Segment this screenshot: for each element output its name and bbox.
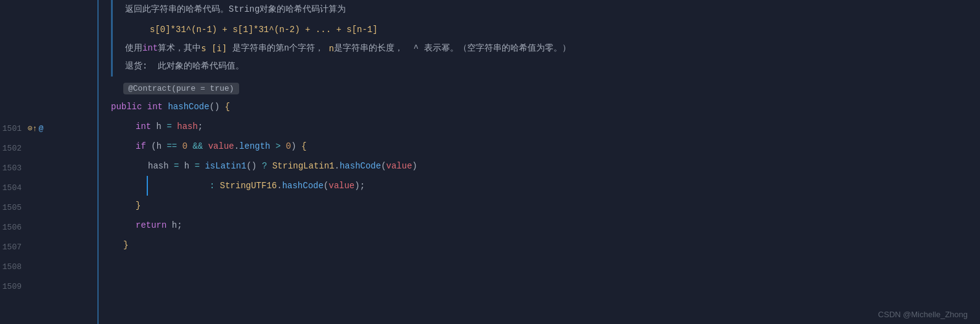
paren-utf-close: ) <box>354 181 359 191</box>
code-line-1506: } <box>111 196 980 215</box>
editor-container: 1501 ⊙↑ @ 1502 1503 1504 1505 1506 1507 … <box>0 0 980 324</box>
op-colon: : <box>210 181 220 191</box>
op-and: && <box>192 141 208 151</box>
class-StringUTF16: StringUTF16 <box>220 181 277 191</box>
brace-if-open: { <box>301 141 306 151</box>
comment-line1: 返回此字符串的哈希代码。String对象的哈希代码计算为 <box>125 0 980 20</box>
kw-int: int <box>147 102 168 112</box>
kw-if: if <box>136 141 151 151</box>
brace-if-close: } <box>136 201 141 210</box>
semi1: ; <box>198 122 203 131</box>
line-num-1501: 1501 <box>0 124 28 133</box>
annotation-icon: @ <box>39 124 44 133</box>
var-value3: value <box>329 181 354 191</box>
paren-open: () <box>210 102 225 112</box>
comment-line2: 使用int算术，其中s [i] 是字符串的第n个字符， n是字符串的长度， ^ … <box>125 39 980 57</box>
comment-formula-line: s[0]*31^(n-1) + s[1]*31^(n-2) + ... + s[… <box>125 20 980 39</box>
paren-if-open: ( <box>151 141 156 151</box>
line-num-1505: 1505 <box>0 203 28 212</box>
paren-if-close: ) <box>291 141 301 151</box>
line-num-1506: 1506 <box>0 223 28 232</box>
dot3: . <box>277 181 282 191</box>
fn-hashCode2: hashCode <box>340 161 381 171</box>
hash-assign1: hash <box>148 161 174 171</box>
op-ternary: ? <box>262 161 272 171</box>
var-value: value <box>208 141 234 151</box>
comment-block: 返回此字符串的哈希代码。String对象的哈希代码计算为 s[0]*31^(n-… <box>111 0 980 77</box>
kw-public: public <box>111 102 147 112</box>
code-line-1509 <box>111 255 980 275</box>
dot2: . <box>335 161 340 171</box>
prop-length: length <box>239 141 276 151</box>
var-value2: value <box>386 161 412 171</box>
csdn-watermark: CSDN @Michelle_Zhong <box>878 310 968 319</box>
op-eq2: = <box>174 161 184 171</box>
fn-isLatin1: isLatin1 <box>205 161 246 171</box>
var-h-ret: h <box>172 220 177 230</box>
code-line-1505: : StringUTF16.hashCode(value); <box>147 176 980 196</box>
var-h: h <box>157 122 167 131</box>
code-area: 返回此字符串的哈希代码。String对象的哈希代码计算为 s[0]*31^(n-… <box>99 0 980 324</box>
semi3: ; <box>177 220 182 230</box>
return-text-line: 退货: 此对象的哈希代码值。 <box>125 57 980 77</box>
int-keyword: int <box>142 39 158 57</box>
op-gt: > <box>276 141 286 151</box>
paren-val-close: ) <box>412 161 417 171</box>
dot1: . <box>234 141 239 151</box>
n-ref: n <box>324 39 334 57</box>
op-eq: = <box>166 122 177 131</box>
fn-hashCode: hashCode <box>168 102 209 112</box>
line-numbers-panel: 1501 ⊙↑ @ 1502 1503 1504 1505 1506 1507 … <box>0 0 99 324</box>
op-eq3: = <box>195 161 205 171</box>
code-line-1503: if (h == 0 && value.length > 0) { <box>111 136 980 156</box>
line-num-1507: 1507 <box>0 243 28 252</box>
annotation-badge: @Contract(pure = true) <box>111 79 980 97</box>
brace-open: { <box>225 102 230 112</box>
paren-val-open: ( <box>381 161 386 171</box>
semi2: ; <box>360 181 365 191</box>
var-hash: hash <box>177 122 198 131</box>
num-0: 0 <box>182 141 193 151</box>
line-num-1504: 1504 <box>0 183 28 193</box>
line-num-1508: 1508 <box>0 262 28 272</box>
code-line-1507: return h; <box>111 215 980 235</box>
code-line-1504: hash = h = isLatin1() ? StringLatin1.has… <box>111 156 980 176</box>
code-line-1501: public int hashCode() { <box>111 97 980 117</box>
class-StringLatin1: StringLatin1 <box>272 161 335 171</box>
code-line-1502: int h = hash; <box>111 117 980 136</box>
kw-return: return <box>136 220 172 230</box>
op-eqeq: == <box>166 141 182 151</box>
s-i-ref: s [i] <box>201 39 227 57</box>
line-num-1509: 1509 <box>0 282 28 291</box>
override-icon: ⊙↑ <box>28 123 38 133</box>
line-num-1503: 1503 <box>0 164 28 173</box>
paren-latin-open: () <box>247 161 262 171</box>
h-assign: h <box>184 161 195 171</box>
code-line-1508: } <box>111 235 980 255</box>
line-icons-1501: ⊙↑ @ <box>28 123 59 133</box>
fn-hashCode3: hashCode <box>282 181 324 191</box>
paren-utf-open: ( <box>324 181 329 191</box>
kw-int-2: int <box>136 122 157 131</box>
var-h2: h <box>157 141 167 151</box>
num-0b: 0 <box>286 141 291 151</box>
brace-method-close: } <box>123 240 128 250</box>
formula-text: s[0]*31^(n-1) + s[1]*31^(n-2) + ... + s[… <box>150 25 378 35</box>
line-num-1502: 1502 <box>0 144 28 153</box>
